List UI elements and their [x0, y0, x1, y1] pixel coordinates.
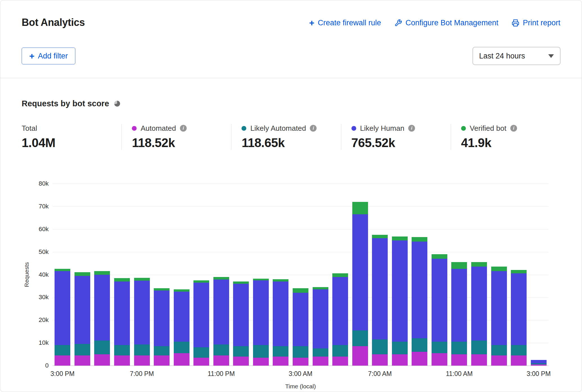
bar-segment-likely-human: [451, 269, 467, 342]
bar-segment-verified-bot: [174, 289, 190, 292]
pie-chart-icon: [114, 100, 121, 107]
bar-stack[interactable]: [193, 280, 209, 366]
bar-segment-automated: [412, 352, 427, 366]
bar-segment-automated: [511, 355, 527, 366]
bar-segment-likely-automated: [193, 347, 209, 357]
bar-stack[interactable]: [233, 281, 249, 366]
bar-segment-verified-bot: [55, 269, 70, 271]
bar-stack[interactable]: [511, 270, 527, 366]
bar-stack[interactable]: [293, 288, 308, 366]
bar-segment-automated: [372, 354, 388, 366]
bar-stack[interactable]: [313, 287, 328, 366]
bar-segment-automated: [94, 354, 110, 366]
bar-segment-likely-human: [432, 259, 447, 342]
stat-automated[interactable]: Automated i 118.52k: [121, 124, 231, 150]
bar-segment-likely-automated: [432, 342, 447, 353]
bar-segment-likely-automated: [491, 345, 507, 355]
bar-stack[interactable]: [531, 360, 547, 366]
bar-segment-verified-bot: [134, 278, 150, 281]
bar-segment-automated: [114, 355, 130, 366]
add-filter-button[interactable]: + Add filter: [22, 48, 75, 64]
bar-stack[interactable]: [114, 278, 130, 366]
create-firewall-rule-link[interactable]: + Create firewall rule: [309, 18, 381, 27]
bar-segment-likely-automated: [233, 346, 249, 356]
y-tick-label: 40k: [39, 271, 49, 278]
bar-segment-verified-bot: [511, 270, 527, 273]
x-axis-labels: 3:00 PM7:00 PM11:00 PM3:00 AM7:00 AM11:0…: [53, 366, 549, 378]
add-filter-label: Add filter: [38, 52, 68, 60]
bar-segment-automated: [313, 357, 328, 366]
bar-segment-likely-human: [471, 267, 487, 341]
printer-icon: [512, 19, 519, 27]
bar-stack[interactable]: [134, 278, 150, 366]
bar-segment-automated: [233, 357, 249, 366]
bar-segment-automated: [451, 354, 467, 366]
y-tick-label: 20k: [39, 316, 49, 324]
bar-segment-automated: [213, 355, 229, 366]
bar-segment-verified-bot: [94, 271, 110, 274]
configure-bot-management-link[interactable]: Configure Bot Management: [394, 19, 498, 27]
bar-segment-likely-human: [273, 281, 288, 346]
bar-segment-automated: [193, 358, 209, 366]
print-report-link[interactable]: Print report: [512, 19, 560, 27]
stats-row: Total 1.04M Automated i 118.52k Likely A…: [22, 124, 560, 150]
bar-segment-likely-human: [511, 273, 527, 345]
bar-segment-likely-human: [213, 280, 229, 344]
x-axis-title: Time (local): [53, 383, 549, 390]
bar-segment-verified-bot: [432, 254, 447, 259]
x-tick-label: 11:00 AM: [446, 370, 473, 378]
bar-segment-likely-human: [75, 276, 90, 344]
bar-segment-verified-bot: [471, 262, 487, 267]
bar-segment-likely-human: [94, 275, 110, 341]
gridline: [53, 252, 549, 252]
info-icon[interactable]: i: [510, 125, 517, 132]
bar-stack[interactable]: [392, 236, 408, 366]
bar-segment-automated: [293, 358, 308, 366]
bar-stack[interactable]: [412, 237, 427, 366]
x-tick-label: 3:00 PM: [50, 370, 75, 378]
bar-segment-likely-automated: [174, 342, 190, 353]
bar-segment-verified-bot: [75, 272, 90, 276]
plus-icon: +: [29, 51, 35, 60]
bar-segment-automated: [392, 354, 408, 366]
bar-stack[interactable]: [432, 254, 447, 366]
bar-segment-likely-automated: [332, 345, 348, 356]
bar-segment-automated: [332, 357, 348, 366]
bar-stack[interactable]: [75, 272, 90, 366]
info-icon[interactable]: i: [408, 125, 415, 132]
bar-stack[interactable]: [491, 267, 507, 366]
bar-segment-likely-automated: [94, 341, 110, 354]
gridline: [53, 229, 549, 229]
bar-segment-verified-bot: [313, 287, 328, 289]
bar-stack[interactable]: [253, 279, 269, 366]
bar-stack[interactable]: [55, 269, 70, 366]
bar-segment-likely-human: [293, 293, 308, 346]
bar-stack[interactable]: [451, 262, 467, 366]
bar-segment-likely-automated: [55, 345, 70, 355]
time-range-value: Last 24 hours: [479, 52, 525, 60]
info-icon[interactable]: i: [180, 125, 187, 132]
info-icon[interactable]: i: [310, 125, 317, 132]
bar-stack[interactable]: [154, 288, 170, 366]
stat-total-value: 1.04M: [22, 136, 116, 150]
bar-segment-likely-automated: [253, 345, 269, 357]
bar-stack[interactable]: [273, 279, 288, 366]
stat-likely-human[interactable]: Likely Human i 765.52k: [341, 124, 451, 150]
bar-stack[interactable]: [94, 271, 110, 366]
stat-verified-bot[interactable]: Verified bot i 41.9k: [451, 124, 560, 150]
bar-stack[interactable]: [213, 277, 229, 366]
bar-segment-likely-human: [392, 240, 408, 342]
stat-automated-label: Automated: [141, 124, 176, 133]
bar-stack[interactable]: [372, 235, 388, 366]
bar-segment-automated: [55, 355, 70, 366]
time-range-dropdown[interactable]: Last 24 hours: [473, 47, 560, 65]
bar-stack[interactable]: [332, 273, 348, 366]
bar-stack[interactable]: [352, 202, 368, 366]
page-title: Bot Analytics: [22, 17, 85, 28]
bot-analytics-page: Bot Analytics + Create firewall rule Con…: [0, 0, 582, 392]
stat-likely-automated[interactable]: Likely Automated i 118.65k: [231, 124, 341, 150]
y-tick-label: 80k: [39, 180, 49, 187]
bar-segment-likely-human: [531, 360, 547, 363]
bar-stack[interactable]: [471, 262, 487, 366]
bar-stack[interactable]: [174, 289, 190, 366]
